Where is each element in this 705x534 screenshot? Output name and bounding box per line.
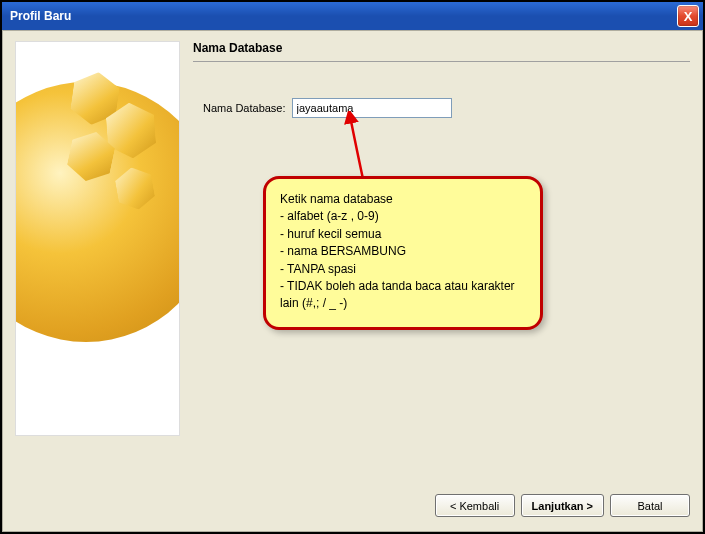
callout-rule: - huruf kecil semua [280, 226, 526, 243]
callout-rule: - TIDAK boleh ada tanda baca atau karakt… [280, 278, 526, 313]
page-title: Nama Database [193, 41, 690, 61]
back-button-label: < Kembali [450, 500, 499, 512]
wizard-sidebar-image [15, 41, 180, 436]
callout-rule: - alfabet (a-z , 0-9) [280, 208, 526, 225]
window-title: Profil Baru [10, 9, 677, 23]
callout-rule: - TANPA spasi [280, 261, 526, 278]
annotation-arrow-icon [343, 111, 373, 181]
next-button[interactable]: Lanjutkan > [521, 494, 604, 517]
dialog-content: Nama Database Nama Database: Ketik nama … [2, 30, 703, 532]
wizard-main: Nama Database Nama Database: Ketik nama … [193, 41, 690, 481]
instruction-callout: Ketik nama database - alfabet (a-z , 0-9… [263, 176, 543, 330]
cancel-button[interactable]: Batal [610, 494, 690, 517]
db-name-row: Nama Database: [203, 98, 690, 118]
wizard-buttons: < Kembali Lanjutkan > Batal [435, 494, 690, 517]
db-name-input[interactable] [292, 98, 452, 118]
cancel-button-label: Batal [637, 500, 662, 512]
close-button[interactable]: X [677, 5, 699, 27]
close-icon: X [684, 9, 693, 24]
callout-rule: - nama BERSAMBUNG [280, 243, 526, 260]
db-name-label: Nama Database: [203, 102, 286, 114]
next-button-label: Lanjutkan > [532, 500, 593, 512]
divider [193, 61, 690, 62]
titlebar: Profil Baru X [2, 2, 703, 30]
callout-title: Ketik nama database [280, 191, 526, 208]
back-button[interactable]: < Kembali [435, 494, 515, 517]
